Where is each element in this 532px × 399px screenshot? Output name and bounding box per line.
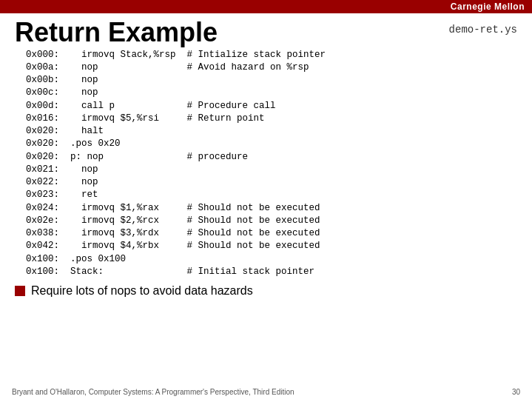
top-bar: Carnegie Mellon bbox=[0, 0, 532, 13]
code-line: 0x100: .pos 0x100 bbox=[15, 253, 517, 266]
filename-label: demo-ret.ys bbox=[449, 18, 517, 36]
bullet-section: Require lots of nops to avoid data hazar… bbox=[0, 280, 532, 298]
code-line: 0x020: halt bbox=[15, 125, 517, 138]
code-line: 0x00d: call p # Procedure call bbox=[15, 100, 517, 113]
code-line: 0x022: nop bbox=[15, 176, 517, 189]
code-line: 0x000: irmovq Stack,%rsp # Intialize sta… bbox=[15, 49, 517, 61]
code-line: 0x020: .pos 0x20 bbox=[15, 138, 517, 150]
footer-right: 30 bbox=[512, 388, 520, 396]
bullet-icon bbox=[15, 286, 25, 296]
code-line: 0x00c: nop bbox=[15, 87, 517, 99]
code-line: 0x038: irmovq $3,%rdx # Should not be ex… bbox=[15, 227, 517, 240]
code-line: 0x023: ret bbox=[15, 189, 517, 201]
code-line: 0x024: irmovq $1,%rax # Should not be ex… bbox=[15, 202, 517, 215]
code-line: 0x100: Stack: # Initial stack pointer bbox=[15, 266, 517, 278]
footer-left: Bryant and O'Hallaron, Computer Systems:… bbox=[12, 388, 294, 396]
code-line: 0x02e: irmovq $2,%rcx # Should not be ex… bbox=[15, 215, 517, 227]
code-line: 0x021: nop bbox=[15, 164, 517, 176]
bullet-text: Require lots of nops to avoid data hazar… bbox=[31, 284, 253, 298]
footer: Bryant and O'Hallaron, Computer Systems:… bbox=[0, 388, 532, 396]
code-line: 0x042: irmovq $4,%rbx # Should not be ex… bbox=[15, 240, 517, 252]
code-line: 0x020: p: nop # procedure bbox=[15, 151, 517, 164]
code-line: 0x016: irmovq $5,%rsi # Return point bbox=[15, 113, 517, 125]
slide-title: Return Example bbox=[15, 18, 218, 47]
university-label: Carnegie Mellon bbox=[451, 1, 525, 12]
code-block: 0x000: irmovq Stack,%rsp # Intialize sta… bbox=[15, 49, 517, 279]
code-line: 0x00b: nop bbox=[15, 74, 517, 87]
code-line: 0x00a: nop # Avoid hazard on %rsp bbox=[15, 61, 517, 74]
